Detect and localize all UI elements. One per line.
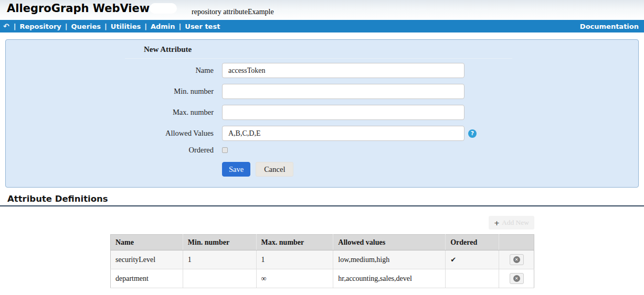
attribute-definitions-table: Name Min. number Max. number Allowed val… [110, 234, 534, 288]
app-title: AllegroGraph WebView [7, 2, 150, 15]
nav-separator: | [65, 23, 68, 30]
repository-label: repository attributeExample [192, 8, 274, 16]
nav-item-user-test[interactable]: User test [185, 23, 220, 30]
ordered-label: Ordered [6, 146, 222, 155]
min-number-input[interactable] [222, 84, 464, 99]
form-row-max-number: Max. number [6, 105, 638, 120]
plus-icon: + [494, 219, 500, 227]
min-number-label: Min. number [6, 87, 222, 96]
delete-attribute-button[interactable]: ✕ [510, 254, 524, 265]
cell-min [183, 269, 256, 288]
save-button[interactable]: Save [222, 162, 250, 177]
blank-badge [150, 3, 177, 14]
nav-separator: | [104, 23, 107, 30]
app-header: AllegroGraph WebView repository attribut… [0, 0, 644, 20]
new-attribute-panel: New Attribute Name Min. number Max. numb… [5, 39, 639, 188]
table-header-row: Name Min. number Max. number Allowed val… [111, 235, 534, 250]
panel-title: New Attribute [144, 45, 192, 53]
allowed-values-label: Allowed Values [6, 129, 222, 138]
form-row-name: Name [6, 63, 638, 78]
nav-link-documentation[interactable]: Documentation [580, 23, 639, 30]
col-header-allowed-values: Allowed values [333, 235, 446, 250]
cell-actions: ✕ [499, 250, 534, 269]
table-row: securityLevel 1 1 low,medium,high ✔ ✕ [111, 250, 534, 269]
form-row-min-number: Min. number [6, 84, 638, 99]
allowed-values-input[interactable] [222, 126, 464, 141]
nav-left: ↶ | Repository | Queries | Utilities | A… [3, 23, 220, 30]
cell-actions: ✕ [499, 269, 534, 288]
cell-allowed: low,medium,high [333, 250, 446, 269]
panel-header: New Attribute [125, 45, 512, 59]
name-input[interactable] [222, 63, 464, 78]
cell-allowed: hr,accounting,sales,devel [333, 269, 446, 288]
cell-name: securityLevel [111, 250, 183, 269]
form-row-ordered: Ordered [6, 147, 638, 154]
attribute-definitions-title: Attribute Definitions [0, 194, 644, 206]
nav-separator: | [14, 23, 16, 30]
col-header-ordered: Ordered [446, 235, 499, 250]
form-buttons-row: Save Cancel [6, 162, 638, 177]
table-row: department ∞ hr,accounting,sales,devel ✕ [111, 269, 534, 288]
form-row-allowed-values: Allowed Values ? [6, 126, 638, 141]
nav-separator: | [179, 23, 182, 30]
back-icon[interactable]: ↶ [3, 23, 9, 30]
name-label: Name [6, 66, 222, 75]
col-header-min-number: Min. number [183, 235, 256, 250]
cell-min: 1 [183, 250, 256, 269]
add-new-button[interactable]: + Add New [489, 216, 534, 230]
add-new-row: + Add New [0, 216, 534, 230]
add-new-label: Add New [502, 218, 529, 227]
cell-max: 1 [256, 250, 333, 269]
cell-name: department [111, 269, 183, 288]
main-nav: ↶ | Repository | Queries | Utilities | A… [0, 20, 644, 32]
col-header-name: Name [111, 235, 183, 250]
new-attribute-form: Name Min. number Max. number Allowed Val… [6, 63, 638, 177]
nav-item-repository[interactable]: Repository [19, 23, 61, 30]
ordered-checkbox[interactable] [222, 147, 228, 153]
nav-item-admin[interactable]: Admin [151, 23, 175, 30]
cancel-button[interactable]: Cancel [256, 162, 293, 177]
max-number-input[interactable] [222, 105, 464, 120]
cell-max: ∞ [256, 269, 333, 288]
delete-icon: ✕ [513, 256, 520, 263]
nav-item-queries[interactable]: Queries [71, 23, 101, 30]
help-icon[interactable]: ? [468, 129, 477, 138]
delete-attribute-button[interactable]: ✕ [510, 273, 524, 284]
cell-ordered: ✔ [446, 250, 499, 269]
cell-ordered [446, 269, 499, 288]
col-header-max-number: Max. number [256, 235, 333, 250]
col-header-actions [499, 235, 534, 250]
nav-item-utilities[interactable]: Utilities [111, 23, 141, 30]
nav-separator: | [144, 23, 147, 30]
max-number-label: Max. number [6, 108, 222, 117]
delete-icon: ✕ [513, 275, 520, 282]
